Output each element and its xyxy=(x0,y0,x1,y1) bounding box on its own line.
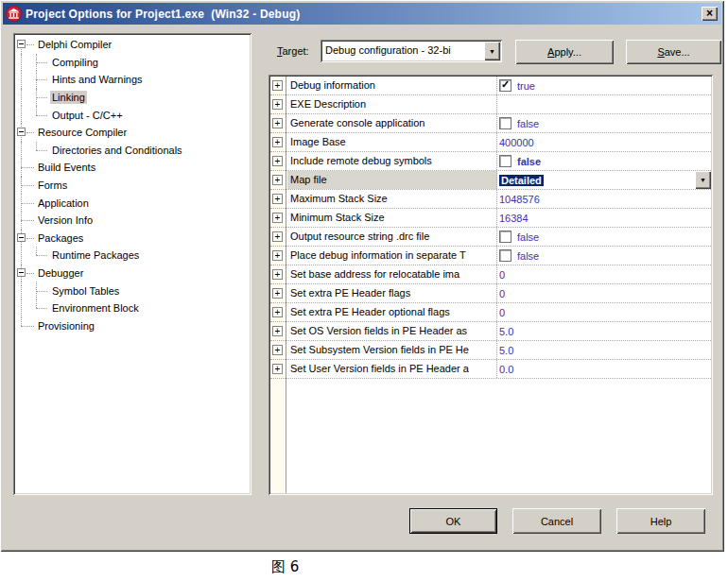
sidebar-item-packages[interactable]: Packages xyxy=(15,230,250,248)
sidebar-item-linking[interactable]: Linking xyxy=(15,89,250,107)
property-value[interactable]: 0 xyxy=(497,265,711,283)
title-bar[interactable]: Project Options for Project1.exe (Win32 … xyxy=(3,3,721,25)
page: Project Options for Project1.exe (Win32 … xyxy=(0,0,728,581)
property-value[interactable]: 1048576 xyxy=(497,190,711,208)
ok-button[interactable]: OK xyxy=(409,508,497,534)
sidebar-item-provisioning[interactable]: Provisioning xyxy=(15,317,250,335)
property-row: +Set extra PE Header flags0 xyxy=(270,284,711,303)
property-value[interactable]: ✓true xyxy=(497,77,711,94)
collapse-minus-icon[interactable] xyxy=(17,128,26,136)
property-value[interactable]: false xyxy=(497,247,711,265)
sidebar-item-compiling[interactable]: Compiling xyxy=(15,54,250,72)
property-name: Set OS Version fields in PE Header as xyxy=(287,322,497,340)
expand-plus-icon[interactable]: + xyxy=(272,231,283,242)
sidebar-item-version-info[interactable]: Version Info xyxy=(15,212,250,230)
tree-connector xyxy=(26,44,34,45)
sidebar-item-symbol-tables[interactable]: Symbol Tables xyxy=(15,282,250,299)
checkbox-checked[interactable]: ✓ xyxy=(499,79,511,92)
sidebar-item-label: Resource Compiler xyxy=(36,126,129,139)
close-button[interactable]: × xyxy=(702,7,718,21)
sidebar-item-label: Build Events xyxy=(36,161,97,174)
property-value[interactable]: 5.0 xyxy=(497,341,711,359)
expand-plus-icon[interactable]: + xyxy=(272,175,283,185)
property-value[interactable] xyxy=(497,95,711,113)
property-value-text: 1048576 xyxy=(499,194,540,205)
expand-plus-icon[interactable]: + xyxy=(272,288,283,299)
property-value-text: 400000 xyxy=(499,137,534,148)
property-value[interactable]: 0 xyxy=(497,303,711,321)
save-button[interactable]: Save... xyxy=(626,40,721,64)
expand-plus-icon[interactable]: + xyxy=(272,80,283,91)
property-value[interactable]: Detailed▼ xyxy=(497,171,711,189)
sidebar-item-debugger[interactable]: Debugger xyxy=(15,265,250,282)
property-value-text: Detailed xyxy=(499,175,544,186)
property-value[interactable]: false xyxy=(497,228,711,246)
target-combobox[interactable]: Debug configuration - 32-bi ▼ xyxy=(321,40,502,62)
expand-plus-icon[interactable]: + xyxy=(272,194,283,204)
expand-plus-icon[interactable]: + xyxy=(272,156,283,166)
property-value-text: 0 xyxy=(499,269,505,281)
linking-options-grid[interactable]: +Debug information✓true+EXE Description+… xyxy=(269,75,713,495)
sidebar-item-delphi-compiler[interactable]: Delphi Compiler xyxy=(15,36,250,54)
expand-plus-icon[interactable]: + xyxy=(272,345,283,355)
property-value[interactable]: 400000 xyxy=(497,133,711,151)
tree-connector xyxy=(36,291,47,292)
sidebar-item-forms[interactable]: Forms xyxy=(15,177,250,195)
checkbox-unchecked[interactable] xyxy=(499,231,511,243)
expand-plus-icon[interactable]: + xyxy=(272,213,283,223)
tree-connector xyxy=(36,79,47,80)
sidebar-item-build-events[interactable]: Build Events xyxy=(15,159,250,177)
row-gutter: + xyxy=(270,171,287,189)
sidebar-item-label: Runtime Packages xyxy=(50,248,141,262)
expand-plus-icon[interactable]: + xyxy=(272,364,283,374)
expand-plus-icon[interactable]: + xyxy=(272,307,283,317)
sidebar-item-environment-block[interactable]: Environment Block xyxy=(15,299,250,317)
row-gutter: + xyxy=(270,133,287,151)
collapse-minus-icon[interactable] xyxy=(17,233,26,242)
expand-plus-icon[interactable]: + xyxy=(272,326,283,336)
cancel-button[interactable]: Cancel xyxy=(512,508,601,534)
checkbox-unchecked[interactable] xyxy=(499,155,511,167)
expand-plus-icon[interactable]: + xyxy=(272,250,283,261)
property-name: Set base address for relocatable ima xyxy=(287,265,497,283)
chevron-down-icon[interactable]: ▼ xyxy=(484,42,500,60)
sidebar-item-resource-compiler[interactable]: Resource Compiler xyxy=(15,124,250,142)
expand-plus-icon[interactable]: + xyxy=(272,269,283,280)
expand-plus-icon[interactable]: + xyxy=(272,137,283,147)
row-gutter: + xyxy=(270,303,287,321)
tree-guide-line xyxy=(21,54,22,72)
sidebar-item-hints-and-warnings[interactable]: Hints and Warnings xyxy=(15,71,250,89)
sidebar-item-label: Compiling xyxy=(50,56,100,69)
property-value[interactable]: false xyxy=(497,152,711,170)
collapse-minus-icon[interactable] xyxy=(17,40,26,48)
property-value[interactable]: 16384 xyxy=(497,209,711,227)
expand-plus-icon[interactable]: + xyxy=(272,99,283,110)
property-name: Maximum Stack Size xyxy=(287,190,497,208)
delphi-temple-icon xyxy=(6,6,22,22)
apply-button[interactable]: Apply... xyxy=(515,40,614,64)
collapse-minus-icon[interactable] xyxy=(17,268,26,277)
property-value[interactable]: 5.0 xyxy=(497,322,711,340)
sidebar-item-directories-and-conditionals[interactable]: Directories and Conditionals xyxy=(15,142,250,160)
sidebar-item-output-c-c-[interactable]: Output - C/C++ xyxy=(15,106,250,124)
expand-plus-icon[interactable]: + xyxy=(272,118,283,128)
help-button[interactable]: Help xyxy=(616,508,705,534)
sidebar-item-runtime-packages[interactable]: Runtime Packages xyxy=(15,247,250,265)
row-gutter: + xyxy=(270,114,287,132)
property-name: Minimum Stack Size xyxy=(287,209,497,227)
property-row: +Include remote debug symbolsfalse xyxy=(270,152,711,171)
property-value-text: 5.0 xyxy=(499,345,513,356)
checkbox-unchecked[interactable] xyxy=(499,117,511,129)
sidebar-item-application[interactable]: Application xyxy=(15,194,250,212)
property-row: +Set base address for relocatable ima0 xyxy=(270,265,711,284)
sidebar-item-label: Output - C/C++ xyxy=(50,109,125,122)
chevron-down-icon[interactable]: ▼ xyxy=(695,171,711,189)
property-value-text: false xyxy=(517,118,539,129)
options-category-tree[interactable]: Delphi CompilerCompilingHints and Warnin… xyxy=(13,33,251,495)
tree-connector xyxy=(21,203,34,204)
property-name: Set Subsystem Version fields in PE He xyxy=(287,341,497,359)
checkbox-unchecked[interactable] xyxy=(499,249,511,262)
property-value[interactable]: false xyxy=(497,114,711,132)
property-value[interactable]: 0.0 xyxy=(497,360,711,378)
property-value[interactable]: 0 xyxy=(497,284,711,302)
